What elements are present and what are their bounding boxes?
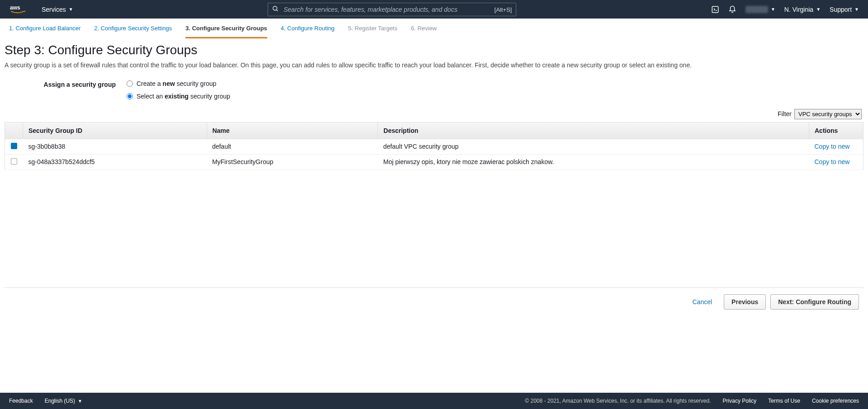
account-menu[interactable]: ▼ (745, 6, 775, 13)
filter-select[interactable]: VPC security groups (794, 109, 862, 119)
assign-sg-row: Assign a security group Create a new sec… (5, 80, 863, 100)
cancel-button[interactable]: Cancel (685, 295, 720, 309)
privacy-link[interactable]: Privacy Policy (723, 398, 757, 404)
svg-line-2 (277, 9, 278, 11)
wizard-step-4[interactable]: 4. Configure Routing (281, 25, 335, 38)
col-sgid[interactable]: Security Group ID (23, 122, 207, 139)
caret-down-icon: ▼ (854, 7, 859, 12)
col-name[interactable]: Name (207, 122, 378, 139)
language-selector[interactable]: English (US) ▼ (45, 398, 82, 404)
wizard-step-6: 6. Review (411, 25, 437, 38)
radio-create-new-label: Create a new security group (137, 80, 217, 87)
wizard-step-5: 5. Register Targets (348, 25, 397, 38)
search-icon (272, 5, 279, 14)
terms-link[interactable]: Terms of Use (768, 398, 800, 404)
nav-right: ▼ N. Virginia ▼ Support ▼ (711, 5, 859, 14)
radio-select-existing[interactable]: Select an existing security group (127, 93, 230, 100)
feedback-link[interactable]: Feedback (9, 398, 33, 404)
radio-create-new-input[interactable] (127, 80, 133, 87)
caret-down-icon: ▼ (78, 399, 82, 404)
services-menu[interactable]: Services ▼ (42, 6, 73, 13)
page-content: Step 3: Configure Security Groups A secu… (0, 38, 868, 393)
filter-row: Filter VPC security groups (5, 103, 863, 122)
col-checkbox (5, 122, 23, 139)
next-button[interactable]: Next: Configure Routing (770, 294, 859, 310)
filter-label: Filter (778, 110, 792, 118)
cell-desc: Moj pierwszy opis, ktory nie moze zawier… (378, 154, 809, 169)
assign-sg-radio-group: Create a new security group Select an ex… (127, 80, 230, 100)
wizard-steps: 1. Configure Load Balancer 2. Configure … (0, 19, 868, 38)
search-container: [Alt+S] (268, 3, 516, 16)
aws-logo[interactable]: aws (9, 4, 29, 15)
support-menu[interactable]: Support ▼ (830, 6, 859, 13)
table-row[interactable]: sg-3b0b8b38 default default VPC security… (5, 139, 863, 154)
radio-create-new[interactable]: Create a new security group (127, 80, 230, 87)
radio-select-existing-label: Select an existing security group (137, 93, 230, 100)
copyright-text: © 2008 - 2021, Amazon Web Services, Inc.… (525, 398, 711, 404)
copy-to-new-link[interactable]: Copy to new (815, 158, 850, 165)
wizard-step-3[interactable]: 3. Configure Security Groups (185, 25, 267, 38)
cell-name: default (207, 139, 378, 154)
security-groups-table: Security Group ID Name Description Actio… (5, 122, 863, 170)
col-desc[interactable]: Description (378, 122, 809, 139)
caret-down-icon: ▼ (69, 7, 73, 12)
notifications-icon[interactable] (728, 5, 736, 14)
top-nav: aws Services ▼ [Alt+S] ▼ N. Virginia ▼ (0, 0, 868, 19)
services-label: Services (42, 6, 66, 13)
previous-button[interactable]: Previous (724, 294, 766, 310)
assign-sg-label: Assign a security group (5, 80, 127, 88)
search-input[interactable] (268, 3, 516, 16)
svg-point-1 (273, 6, 277, 10)
cell-sgid: sg-3b0b8b38 (23, 139, 207, 154)
table-row[interactable]: sg-048a3337b524ddcf5 MyFirstSecurityGrou… (5, 154, 863, 169)
radio-select-existing-input[interactable] (127, 93, 133, 99)
caret-down-icon: ▼ (816, 7, 821, 12)
region-menu[interactable]: N. Virginia ▼ (784, 6, 821, 13)
cell-desc: default VPC security group (378, 139, 809, 154)
page-description: A security group is a set of firewall ru… (5, 61, 863, 70)
cookies-link[interactable]: Cookie preferences (812, 398, 859, 404)
row-checkbox[interactable] (11, 158, 17, 165)
language-label: English (US) (45, 398, 75, 404)
wizard-step-2[interactable]: 2. Configure Security Settings (94, 25, 172, 38)
support-label: Support (830, 6, 852, 13)
col-actions: Actions (809, 122, 863, 139)
page-title: Step 3: Configure Security Groups (5, 43, 863, 57)
copy-to-new-link[interactable]: Copy to new (815, 143, 850, 150)
aws-logo-icon: aws (9, 4, 29, 15)
wizard-step-1[interactable]: 1. Configure Load Balancer (9, 25, 80, 38)
caret-down-icon: ▼ (771, 7, 775, 12)
table-header-row: Security Group ID Name Description Actio… (5, 122, 863, 139)
account-name-blurred (745, 6, 768, 13)
region-label: N. Virginia (784, 6, 813, 13)
cell-sgid: sg-048a3337b524ddcf5 (23, 154, 207, 169)
footer-bar: Feedback English (US) ▼ © 2008 - 2021, A… (0, 393, 868, 409)
search-shortcut: [Alt+S] (495, 6, 512, 13)
cell-name: MyFirstSecurityGroup (207, 154, 378, 169)
svg-text:aws: aws (10, 5, 20, 11)
cloudshell-icon[interactable] (711, 5, 719, 14)
row-checkbox[interactable] (11, 143, 17, 149)
wizard-footer: Cancel Previous Next: Configure Routing (5, 287, 863, 316)
